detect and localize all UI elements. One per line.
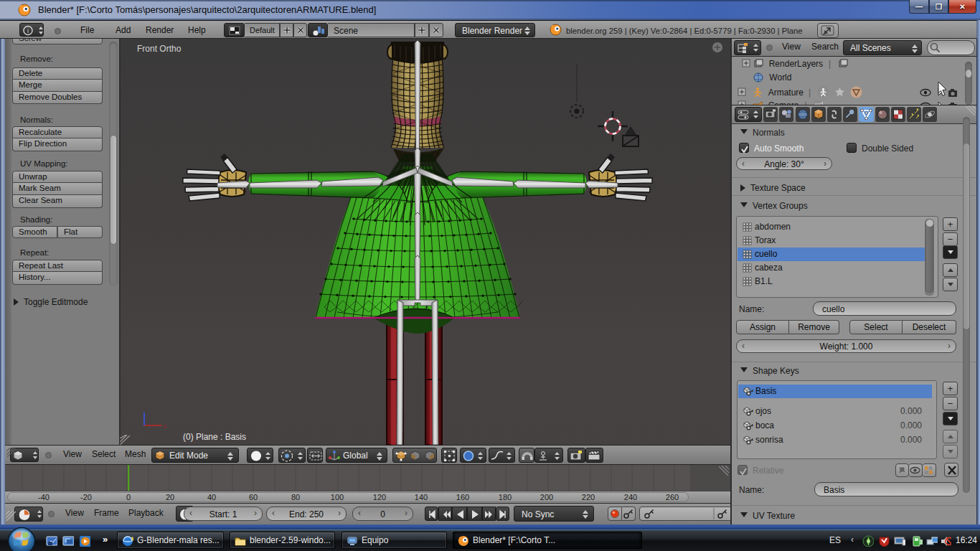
- svg-text:i: i: [27, 27, 29, 34]
- svg-text:x: x: [164, 423, 167, 430]
- svg-text:Front Ortho: Front Ortho: [137, 44, 182, 54]
- svg-text:(0) Plane : Basis: (0) Plane : Basis: [183, 432, 246, 442]
